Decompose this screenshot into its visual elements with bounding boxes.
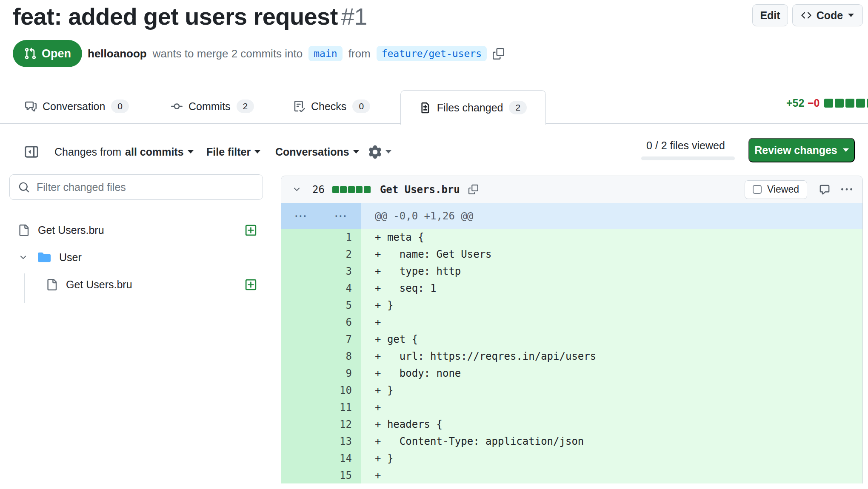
diff-line-number[interactable]: 9 <box>281 365 361 382</box>
conversations-dropdown[interactable]: Conversations <box>275 137 359 167</box>
file-changes-count: 26 <box>312 184 325 196</box>
folder-icon <box>38 251 51 264</box>
diff-line-number[interactable]: 13 <box>281 433 361 450</box>
diff-line-number[interactable]: 10 <box>281 382 361 399</box>
diff-line-code: + type: http <box>361 263 862 280</box>
diff-settings-dropdown[interactable] <box>368 137 391 167</box>
diff-line-code: + seq: 1 <box>361 280 862 297</box>
diff-line[interactable]: 2+ name: Get Users <box>281 246 862 263</box>
file-icon <box>46 279 57 290</box>
tab-files-changed[interactable]: Files changed 2 <box>400 90 546 125</box>
files-viewed-status: 0 / 2 files viewed <box>646 139 725 152</box>
tree-item-label: User <box>59 251 82 264</box>
file-filter-searchbox[interactable] <box>9 174 263 200</box>
tab-files-changed-label: Files changed <box>437 102 503 114</box>
diff-line[interactable]: 10+ } <box>281 382 862 399</box>
code-button-label: Code <box>817 9 843 22</box>
viewed-checkbox[interactable] <box>753 185 762 194</box>
search-icon <box>18 182 30 193</box>
conversations-label: Conversations <box>275 146 349 158</box>
tree-item-folder[interactable]: User <box>13 247 260 267</box>
pr-number: #1 <box>341 3 367 30</box>
tab-commits-count: 2 <box>237 100 254 113</box>
pr-author[interactable]: helloanoop <box>88 47 147 60</box>
gear-icon <box>368 145 382 159</box>
diff-line-code: + url: https://reqres.in/api/users <box>361 348 862 365</box>
tab-conversation-count: 0 <box>111 100 129 113</box>
changes-from-dropdown[interactable]: Changes from all commits <box>54 137 194 167</box>
diff-line-code: + body: none <box>361 365 862 382</box>
diff-line[interactable]: 7+ get { <box>281 331 862 348</box>
collapse-sidebar-button[interactable] <box>24 137 39 167</box>
diff-line[interactable]: 15+ <box>281 467 862 483</box>
collapse-file-chevron-icon[interactable] <box>292 185 301 194</box>
diff-line-number[interactable]: 5 <box>281 297 361 314</box>
diff-line-number[interactable]: 14 <box>281 450 361 467</box>
diff-line-number[interactable]: 1 <box>281 229 361 246</box>
viewed-toggle-button[interactable]: Viewed <box>745 180 807 199</box>
diff-line-number[interactable]: 7 <box>281 331 361 348</box>
chevron-down-icon <box>188 150 194 154</box>
diff-line-number[interactable]: 15 <box>281 467 361 483</box>
chevron-down-icon <box>353 150 359 154</box>
git-commit-icon <box>171 101 183 112</box>
diff-line[interactable]: 8+ url: https://reqres.in/api/users <box>281 348 862 365</box>
chevron-down-icon <box>848 14 854 17</box>
diff-line-number[interactable]: 8 <box>281 348 361 365</box>
diff-line-code: + } <box>361 297 862 314</box>
tab-conversation[interactable]: Conversation 0 <box>25 94 129 118</box>
tab-checks[interactable]: Checks 0 <box>294 94 370 118</box>
diff-line[interactable]: 3+ type: http <box>281 263 862 280</box>
copy-filename-icon[interactable] <box>468 185 478 194</box>
diff-line-number[interactable]: 2 <box>281 246 361 263</box>
file-diff-icon <box>420 102 431 114</box>
diff-line[interactable]: 5+ } <box>281 297 862 314</box>
base-branch-label[interactable]: main <box>308 46 342 61</box>
merge-from-text: from <box>348 47 371 60</box>
diff-line-number[interactable]: 11 <box>281 399 361 416</box>
diff-file-panel: 26 Get Users.bru Viewed ··· ··· @@ -0,0 … <box>281 176 863 483</box>
code-icon <box>801 10 811 20</box>
checklist-icon <box>294 101 305 112</box>
diffstat-blocks <box>824 99 868 108</box>
diff-line[interactable]: 6+ <box>281 314 862 331</box>
diffstat-deletions: −0 <box>808 97 820 109</box>
diff-line-code: + <box>361 467 862 483</box>
copy-branch-icon[interactable] <box>493 48 504 60</box>
diff-line-code: + meta { <box>361 229 862 246</box>
diff-line[interactable]: 12+ headers { <box>281 416 862 433</box>
comment-discussion-icon <box>25 101 37 112</box>
diff-line[interactable]: 9+ body: none <box>281 365 862 382</box>
expand-diff-dots[interactable]: ··· <box>321 203 361 229</box>
head-branch-label[interactable]: feature/get-users <box>377 46 487 61</box>
diff-line[interactable]: 4+ seq: 1 <box>281 280 862 297</box>
diff-line[interactable]: 1+ meta { <box>281 229 862 246</box>
chevron-down-icon <box>843 148 849 152</box>
kebab-menu-icon[interactable] <box>841 184 852 195</box>
diff-line-number[interactable]: 12 <box>281 416 361 433</box>
filter-changed-files-input[interactable] <box>37 181 254 193</box>
sidebar-collapse-icon <box>24 145 39 159</box>
review-changes-button[interactable]: Review changes <box>748 138 855 162</box>
diff-line[interactable]: 13+ Content-Type: application/json <box>281 433 862 450</box>
edit-button[interactable]: Edit <box>752 4 788 26</box>
tree-item-file[interactable]: Get Users.bru <box>13 220 260 240</box>
file-filter-dropdown[interactable]: File filter <box>206 137 260 167</box>
tab-files-changed-count: 2 <box>509 101 527 114</box>
pr-title-text: feat: added get users request <box>13 3 338 30</box>
comment-icon[interactable] <box>819 184 830 195</box>
tab-checks-count: 0 <box>352 100 370 113</box>
diff-line-code: + get { <box>361 331 862 348</box>
tab-commits[interactable]: Commits 2 <box>171 94 254 118</box>
tree-item-file-nested[interactable]: Get Users.bru <box>13 274 260 295</box>
diff-line[interactable]: 11+ <box>281 399 862 416</box>
diff-line[interactable]: 14+ } <box>281 450 862 467</box>
code-button[interactable]: Code <box>792 4 863 26</box>
diff-filename[interactable]: Get Users.bru <box>380 184 460 196</box>
diff-line-number[interactable]: 4 <box>281 280 361 297</box>
expand-diff-dots[interactable]: ··· <box>281 203 321 229</box>
changes-from-label: Changes from <box>54 146 121 158</box>
diff-line-number[interactable]: 6 <box>281 314 361 331</box>
diff-line-code: + } <box>361 450 862 467</box>
diff-line-number[interactable]: 3 <box>281 263 361 280</box>
